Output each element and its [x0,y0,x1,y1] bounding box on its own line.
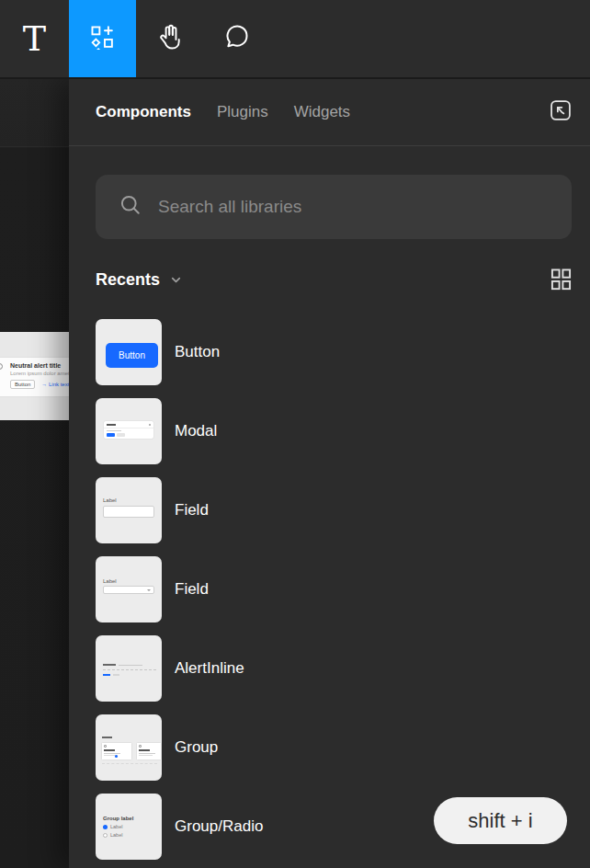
text-tool-button[interactable]: T [0,0,69,77]
search-input[interactable] [158,197,572,217]
component-name: Group/Radio [175,817,263,836]
info-icon [0,363,3,370]
preview-field-input [103,506,154,518]
chevron-down-icon[interactable] [169,273,183,287]
comment-tool-button[interactable] [203,0,270,77]
component-name: Button [175,343,220,361]
list-item-field-input[interactable]: Label Field [96,477,572,543]
component-thumbnail-button: Button [96,319,162,385]
recents-header: Recents [96,267,572,292]
list-item-alertinline[interactable]: AlertInline [96,635,572,702]
component-thumbnail-field-select: Label [96,556,162,622]
component-thumbnail-group-radio: Group label Label Label [96,794,162,860]
preview-field-label: Label [103,578,117,584]
component-thumbnail-field: Label [96,477,162,543]
component-thumbnail-alertinline [96,635,162,702]
caret-down-icon [147,589,151,591]
radio-selected-icon [103,825,108,829]
panel-tabs: Components Plugins Widgets [96,103,547,121]
search-bar[interactable] [96,175,572,239]
tab-plugins[interactable]: Plugins [217,103,268,121]
open-as-window-button[interactable] [547,98,574,126]
tab-widgets[interactable]: Widgets [294,103,350,121]
alert-body: Lorem ipsum dolor amet consect [10,371,69,376]
recents-title: Recents [96,270,160,290]
preview-button: Button [106,343,158,368]
figma-app-window: T [0,0,590,868]
preview-field-label: Label [103,497,117,503]
assets-panel: Components Plugins Widgets [69,79,590,868]
list-item-button[interactable]: Button Button [96,319,572,385]
canvas-frame-edge [0,146,69,147]
component-list: Button Button Modal Label [96,319,572,868]
hand-icon [155,23,184,55]
component-name: Modal [175,422,217,440]
search-icon [118,192,143,222]
component-thumbnail-modal [96,398,162,464]
grid-view-toggle[interactable] [550,268,572,291]
keyboard-shortcut-hint: shift + i [434,797,567,844]
comment-icon [223,23,251,54]
canvas-area: Neutral alert title Lorem ipsum dolor am… [0,79,69,868]
component-name: Field [175,580,209,599]
list-item-modal[interactable]: Modal [96,398,572,464]
preview-group-label: Group label [103,816,133,821]
assets-components-tool-button[interactable] [69,0,136,77]
component-name: Field [175,501,209,520]
preview-field-select [103,586,154,594]
radio-unselected-icon [103,833,108,838]
list-item-field-select[interactable]: Label Field [96,556,572,622]
component-name: AlertInline [175,659,244,678]
alert-button: Button [10,380,35,389]
tab-components[interactable]: Components [96,103,191,121]
preview-modal [104,421,153,439]
popout-icon [548,97,573,127]
alert-link: → Link text [41,382,69,387]
components-icon [90,25,115,53]
top-toolbar: T [0,0,590,79]
alert-actions: Button → Link text [10,380,69,389]
alert-inline-preview: Neutral alert title Lorem ipsum dolor am… [0,357,69,397]
alert-title: Neutral alert title [10,362,69,369]
component-name: Group [175,738,218,757]
hand-tool-button[interactable] [136,0,203,77]
text-tool-icon: T [23,21,46,56]
canvas-alert-preview: Neutral alert title Lorem ipsum dolor am… [0,332,69,420]
list-item-group[interactable]: Group [96,714,572,781]
component-thumbnail-group [96,714,162,781]
panel-header: Components Plugins Widgets [69,79,590,146]
